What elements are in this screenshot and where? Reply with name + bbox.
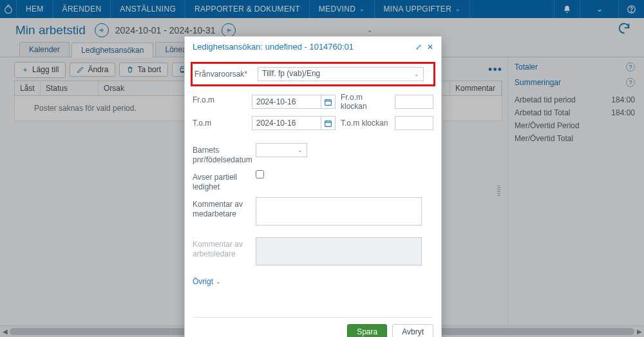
child-dob-label: Barnets pnr/födelsedatum xyxy=(193,143,251,165)
nav-anstallning-label: ANSTÄLLNING xyxy=(120,5,176,14)
summary-row: Arbetad tid Total184:00 xyxy=(515,106,635,119)
help-icon xyxy=(627,5,636,14)
svg-rect-3 xyxy=(325,99,332,105)
delete-button[interactable]: Ta bort xyxy=(119,63,168,77)
calendar-icon[interactable] xyxy=(321,95,336,109)
pencil-icon xyxy=(77,66,84,73)
chevron-down-icon: ⌄ xyxy=(414,71,419,77)
nav-rapporter[interactable]: RAPPORTER & DOKUMENT xyxy=(185,0,310,18)
partial-leave-checkbox[interactable] xyxy=(256,170,264,178)
chevron-down-icon: ⌄ xyxy=(298,147,303,153)
svg-point-2 xyxy=(631,11,632,12)
summary-row: Mer/Övertid Period xyxy=(515,119,635,132)
overflow-menu[interactable]: ••• xyxy=(488,63,502,77)
chevron-down-icon: ⌄ xyxy=(596,5,603,14)
nav-mina-label: MINA UPPGIFTER xyxy=(384,5,452,14)
trash-icon xyxy=(126,66,134,73)
to-clock-input[interactable] xyxy=(395,116,433,130)
modal-title: Ledighetsansökan: undefined - 1014760:01 xyxy=(193,42,354,52)
summeringar-heading: Summeringar ? xyxy=(515,78,635,87)
employee-comment-input[interactable] xyxy=(256,197,422,226)
supervisor-comment-display xyxy=(256,237,422,265)
to-date-input[interactable] xyxy=(252,116,321,130)
from-date-input[interactable] xyxy=(252,95,321,109)
help-icon[interactable]: ? xyxy=(626,63,635,72)
chevron-down-icon: ⌄ xyxy=(455,6,460,12)
page-title: Min arbetstid xyxy=(15,23,86,37)
app-logo xyxy=(0,0,17,18)
supervisor-comment-label: Kommentar av arbetsledare xyxy=(193,237,251,259)
tab-ledighetsansokan[interactable]: Ledighetsansökan xyxy=(71,43,153,57)
partial-leave-label: Avser partiell ledighet xyxy=(193,170,251,192)
th-status: Status xyxy=(41,81,99,95)
child-dob-select[interactable]: ⌄ xyxy=(256,143,307,157)
reason-select[interactable]: Tillf. fp (vab)/Eng ⌄ xyxy=(258,67,424,81)
summary-row: Arbetad tid period184:00 xyxy=(515,93,635,106)
to-date-label: T.o.m xyxy=(193,116,247,128)
to-clock-label: T.o.m klockan xyxy=(341,119,390,128)
reason-label: Frånvaroorsak* xyxy=(194,67,252,79)
nav-arenden-label: ÄRENDEN xyxy=(62,5,102,14)
nav-medvind-label: MEDVIND xyxy=(319,5,355,14)
highlighted-field: Frånvaroorsak* Tillf. fp (vab)/Eng ⌄ xyxy=(191,62,435,86)
from-clock-input[interactable] xyxy=(395,95,433,109)
add-button[interactable]: ＋Lägg till xyxy=(14,62,66,78)
chevron-down-icon: ⌄ xyxy=(216,278,221,285)
modal-footer: Spara Avbryt xyxy=(193,317,433,337)
plus-icon: ＋ xyxy=(21,64,29,75)
help-icon[interactable]: ? xyxy=(626,78,635,87)
user-menu[interactable]: ⌄ xyxy=(580,0,618,18)
topnav: HEM ÄRENDEN ANSTÄLLNING RAPPORTER & DOKU… xyxy=(0,0,644,18)
nav-arenden[interactable]: ÄRENDEN xyxy=(53,0,111,18)
period-prev-button[interactable] xyxy=(95,23,109,37)
totaler-heading: Totaler ? xyxy=(515,63,635,72)
refresh-icon xyxy=(617,21,631,35)
other-section-toggle[interactable]: Övrigt ⌄ xyxy=(193,277,433,286)
from-clock-label: Fr.o.m klockan xyxy=(341,93,390,111)
modal-body: Frånvaroorsak* Tillf. fp (vab)/Eng ⌄ Fr.… xyxy=(185,62,441,337)
nav-medvind[interactable]: MEDVIND⌄ xyxy=(310,0,375,18)
employee-comment-label: Kommentar av medarbetare xyxy=(193,197,251,219)
edit-button[interactable]: Ändra xyxy=(70,63,115,77)
save-button[interactable]: Spara xyxy=(347,324,387,337)
expand-icon[interactable]: ⤢ xyxy=(415,43,422,52)
nav-hem[interactable]: HEM xyxy=(17,0,53,18)
refresh-button[interactable] xyxy=(617,21,631,39)
cancel-button[interactable]: Avbryt xyxy=(392,324,433,337)
th-kommentar: Kommentar xyxy=(450,81,502,95)
nav-rapporter-label: RAPPORTER & DOKUMENT xyxy=(194,5,300,14)
arrow-left-icon xyxy=(98,26,106,34)
nav-anstallning[interactable]: ANSTÄLLNING xyxy=(111,0,185,18)
tab-kalender[interactable]: Kalender xyxy=(19,42,70,57)
help-button[interactable] xyxy=(618,0,644,18)
svg-rect-4 xyxy=(325,120,332,126)
close-icon[interactable]: ✕ xyxy=(427,43,433,52)
scroll-right-icon[interactable]: ▶ xyxy=(634,326,644,337)
header-dropdown[interactable]: ⌄ xyxy=(367,26,372,34)
from-date-label: Fr.o.m xyxy=(193,93,247,105)
nav-mina[interactable]: MINA UPPGIFTER⌄ xyxy=(375,0,471,18)
nav-hem-label: HEM xyxy=(26,5,44,14)
period-next-button[interactable] xyxy=(222,23,236,37)
th-last: Låst xyxy=(15,81,41,95)
right-panel: Totaler ? Summeringar ? Arbetad tid peri… xyxy=(507,57,644,325)
chevron-down-icon: ⌄ xyxy=(359,6,365,12)
svg-point-0 xyxy=(5,6,12,14)
leave-request-modal: Ledighetsansökan: undefined - 1014760:01… xyxy=(184,36,442,337)
scroll-left-icon[interactable]: ◀ xyxy=(0,326,10,337)
summary-row: Mer/Övertid Total xyxy=(515,132,635,145)
splitter-handle[interactable] xyxy=(497,180,501,200)
bell-icon xyxy=(563,5,571,14)
modal-header: Ledighetsansökan: undefined - 1014760:01… xyxy=(185,37,441,62)
calendar-icon[interactable] xyxy=(321,116,336,130)
arrow-right-icon xyxy=(225,26,232,34)
period-label: 2024-10-01 - 2024-10-31 xyxy=(115,25,216,35)
notifications-button[interactable] xyxy=(554,0,580,18)
